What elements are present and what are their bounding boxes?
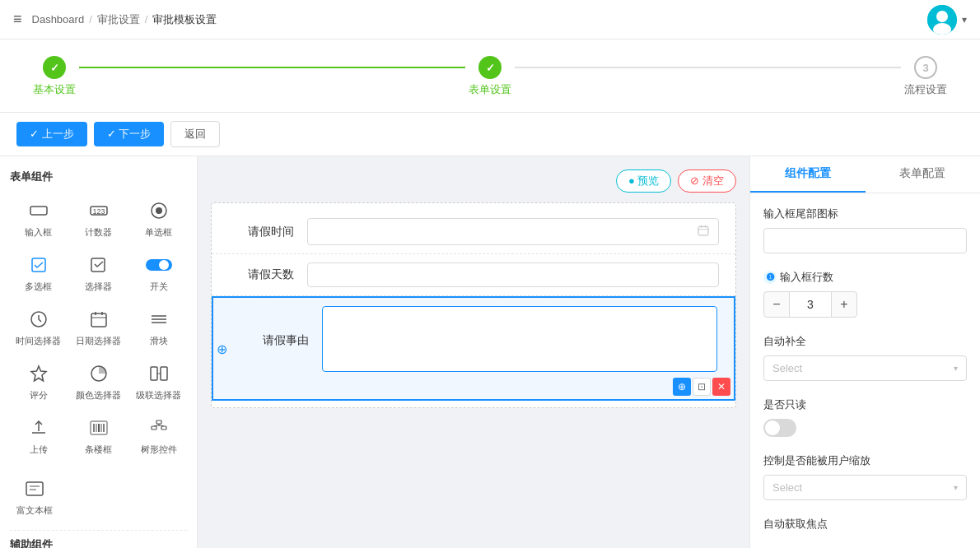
comp-cascade-label: 级联选择器 <box>136 389 181 402</box>
components-grid: 输入框 123 计数器 单选框 多选框 <box>10 194 187 459</box>
row-action-add[interactable]: ⊕ <box>673 378 691 396</box>
preview-button[interactable]: ● 预览 <box>616 170 671 193</box>
info-icon: ❶ <box>763 271 777 284</box>
breadcrumb-sep-1: / <box>89 13 92 26</box>
menu-icon[interactable]: ≡ <box>13 11 22 28</box>
step-form-circle: ✓ <box>478 56 502 79</box>
comp-select-label: 选择器 <box>85 281 112 293</box>
steps-bar: ✓ 基本设置 ✓ 表单设置 3 流程设置 <box>0 39 980 113</box>
comp-switch-label: 开关 <box>150 281 168 293</box>
svg-rect-33 <box>152 426 156 430</box>
comp-radio[interactable]: 单选框 <box>130 194 187 242</box>
auto-fill-arrow: ▾ <box>954 364 958 373</box>
breadcrumb-dashboard[interactable]: Dashboard <box>32 13 85 26</box>
comp-counter[interactable]: 123 计数器 <box>70 194 127 242</box>
stepper-decrease[interactable]: − <box>763 291 790 318</box>
comp-color[interactable]: 颜色选择器 <box>70 357 127 405</box>
avatar[interactable] <box>927 5 957 35</box>
comp-rating-label: 评分 <box>30 389 48 402</box>
comp-switch[interactable]: 开关 <box>130 248 187 296</box>
comp-select[interactable]: 选择器 <box>70 248 127 296</box>
row-action-copy[interactable]: ⊡ <box>693 378 711 396</box>
date-field-label: 请假时间 <box>228 225 294 239</box>
tail-icon-label: 输入框尾部图标 <box>763 207 967 221</box>
days-field[interactable] <box>307 262 719 287</box>
svg-rect-9 <box>32 258 45 272</box>
comp-richtext[interactable]: 富文本框 <box>10 472 59 520</box>
form-row-days[interactable]: 请假天数 <box>212 254 735 296</box>
auto-fill-select[interactable]: Select ▾ <box>763 355 967 381</box>
form-row-reason[interactable]: ⊕ 请假事由 ⊕ ⊡ ✕ <box>212 296 735 401</box>
svg-rect-14 <box>91 313 106 327</box>
breadcrumb-approval[interactable]: 审批设置 <box>97 12 140 27</box>
tab-component-config[interactable]: 组件配置 <box>750 156 866 193</box>
slider-icon <box>146 306 172 332</box>
comp-tree[interactable]: 树形控件 <box>130 411 187 459</box>
avatar-dropdown-button[interactable]: ▾ <box>962 14 967 26</box>
step-line-1 <box>79 67 465 68</box>
auto-fill-label: 自动补全 <box>763 334 967 349</box>
next-button[interactable]: ✓ 下一步 <box>94 122 165 146</box>
readonly-toggle[interactable] <box>763 419 796 437</box>
comp-rating[interactable]: 评分 <box>10 357 67 405</box>
form-row-date[interactable]: 请假时间 <box>212 210 735 254</box>
comp-time[interactable]: 时间选择器 <box>10 303 67 351</box>
reason-textarea[interactable] <box>322 306 717 372</box>
prev-button[interactable]: ✓ 上一步 <box>16 122 87 146</box>
comp-upload[interactable]: 上传 <box>10 411 67 459</box>
comp-input[interactable]: 输入框 <box>10 194 67 242</box>
rows-label: ❶ 输入框行数 <box>763 270 967 285</box>
resize-select[interactable]: Select ▾ <box>763 475 967 500</box>
left-panel: 表单组件 输入框 123 计数器 单选框 <box>0 156 198 548</box>
date-field[interactable] <box>307 218 719 245</box>
config-resize: 控制是否能被用户缩放 Select ▾ <box>763 453 967 500</box>
step-line-2 <box>515 67 901 68</box>
time-icon <box>26 306 52 332</box>
divider <box>10 530 187 531</box>
cascade-icon <box>146 360 172 387</box>
counter-icon: 123 <box>86 197 112 224</box>
back-button[interactable]: 返回 <box>170 121 220 147</box>
radio-icon <box>146 197 172 224</box>
comp-barcode[interactable]: 条楼框 <box>70 411 127 459</box>
comp-cascade[interactable]: 级联选择器 <box>130 357 187 405</box>
breadcrumb-template: 审批模板设置 <box>152 12 217 27</box>
breadcrumb-sep-2: / <box>145 13 148 26</box>
comp-barcode-label: 条楼框 <box>85 444 112 456</box>
tab-form-config[interactable]: 表单配置 <box>866 156 981 193</box>
date-icon <box>86 306 112 332</box>
reason-field-label: 请假事由 <box>243 333 309 348</box>
main-components-title: 表单组件 <box>10 170 187 184</box>
switch-icon <box>146 252 172 278</box>
aux-components-title: 辅助组件 <box>10 537 187 548</box>
barcode-icon <box>86 415 112 441</box>
comp-checkbox[interactable]: 多选框 <box>10 248 67 296</box>
input-icon <box>26 197 52 224</box>
row-action-delete[interactable]: ✕ <box>712 378 730 396</box>
date-input[interactable] <box>307 218 719 245</box>
calendar-icon <box>697 224 710 239</box>
svg-rect-3 <box>30 207 47 215</box>
stepper-increase[interactable]: + <box>831 291 857 318</box>
comp-slider[interactable]: 滑块 <box>130 303 187 351</box>
comp-upload-label: 上传 <box>30 444 48 456</box>
auto-fill-value: Select <box>772 362 802 374</box>
drag-handle[interactable]: ⊕ <box>217 341 227 356</box>
tail-icon-input[interactable] <box>763 228 967 253</box>
resize-arrow: ▾ <box>954 483 958 492</box>
step-basic: ✓ 基本设置 <box>33 56 76 97</box>
svg-text:123: 123 <box>92 207 105 216</box>
step-flow: 3 流程设置 <box>904 56 947 97</box>
svg-rect-38 <box>26 482 43 495</box>
comp-input-label: 输入框 <box>25 226 52 239</box>
comp-date[interactable]: 日期选择器 <box>70 303 127 351</box>
svg-rect-32 <box>156 420 161 424</box>
svg-rect-34 <box>161 426 166 430</box>
comp-slider-label: 滑块 <box>150 335 168 347</box>
rating-icon <box>26 360 52 387</box>
canvas-toolbar: ● 预览 ⊘ 清空 <box>211 170 736 193</box>
days-input[interactable] <box>307 262 719 287</box>
clear-button[interactable]: ⊘ 清空 <box>678 170 736 193</box>
number-stepper: − 3 + <box>763 291 967 318</box>
reason-field[interactable] <box>322 306 717 374</box>
